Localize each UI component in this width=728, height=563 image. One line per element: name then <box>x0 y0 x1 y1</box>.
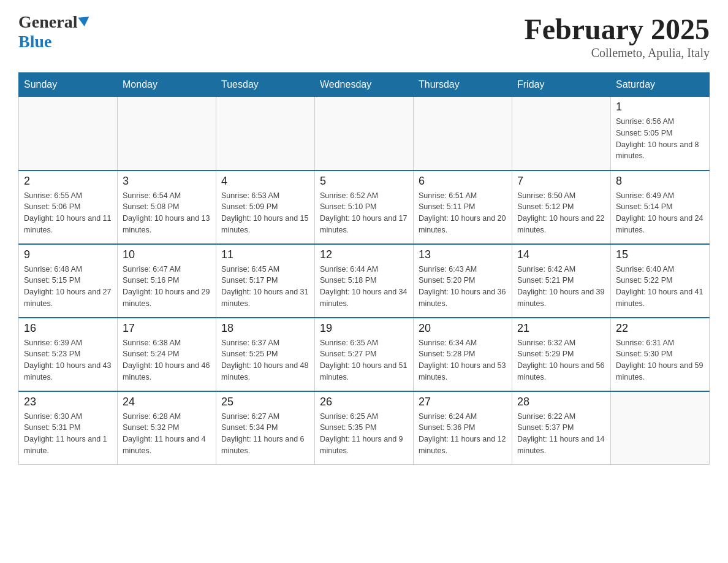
day-number: 21 <box>517 322 605 335</box>
day-info: Sunrise: 6:50 AMSunset: 5:12 PMDaylight:… <box>517 190 605 236</box>
calendar-header-row: Sunday Monday Tuesday Wednesday Thursday… <box>19 73 710 97</box>
calendar-cell: 27Sunrise: 6:24 AMSunset: 5:36 PMDayligh… <box>414 391 512 465</box>
day-number: 3 <box>123 175 211 188</box>
day-number: 8 <box>616 175 704 188</box>
day-info: Sunrise: 6:34 AMSunset: 5:28 PMDaylight:… <box>419 337 507 383</box>
logo-general-text: General <box>18 12 77 32</box>
day-number: 2 <box>24 175 112 188</box>
day-number: 23 <box>24 396 112 408</box>
day-info: Sunrise: 6:40 AMSunset: 5:22 PMDaylight:… <box>616 264 704 310</box>
calendar-cell: 8Sunrise: 6:49 AMSunset: 5:14 PMDaylight… <box>611 170 710 244</box>
calendar-cell: 22Sunrise: 6:31 AMSunset: 5:30 PMDayligh… <box>611 318 710 391</box>
calendar-cell: 10Sunrise: 6:47 AMSunset: 5:16 PMDayligh… <box>118 244 216 318</box>
day-info: Sunrise: 6:53 AMSunset: 5:09 PMDaylight:… <box>221 190 309 236</box>
calendar-week-1: 1Sunrise: 6:56 AMSunset: 5:05 PMDaylight… <box>19 97 710 170</box>
day-number: 16 <box>24 322 112 335</box>
calendar-week-4: 16Sunrise: 6:39 AMSunset: 5:23 PMDayligh… <box>19 318 710 391</box>
calendar-cell: 11Sunrise: 6:45 AMSunset: 5:17 PMDayligh… <box>216 244 315 318</box>
day-info: Sunrise: 6:24 AMSunset: 5:36 PMDaylight:… <box>419 411 507 457</box>
day-number: 27 <box>419 396 507 408</box>
day-info: Sunrise: 6:43 AMSunset: 5:20 PMDaylight:… <box>419 264 507 310</box>
col-tuesday: Tuesday <box>216 73 315 97</box>
calendar-week-5: 23Sunrise: 6:30 AMSunset: 5:31 PMDayligh… <box>19 391 710 465</box>
day-info: Sunrise: 6:25 AMSunset: 5:35 PMDaylight:… <box>320 411 408 457</box>
col-monday: Monday <box>118 73 216 97</box>
calendar-table: Sunday Monday Tuesday Wednesday Thursday… <box>18 72 710 465</box>
day-number: 1 <box>616 101 704 113</box>
day-info: Sunrise: 6:37 AMSunset: 5:25 PMDaylight:… <box>221 337 309 383</box>
col-thursday: Thursday <box>414 73 512 97</box>
day-number: 5 <box>320 175 408 188</box>
calendar-cell: 18Sunrise: 6:37 AMSunset: 5:25 PMDayligh… <box>216 318 315 391</box>
day-number: 10 <box>123 248 211 261</box>
calendar-cell: 13Sunrise: 6:43 AMSunset: 5:20 PMDayligh… <box>414 244 512 318</box>
col-friday: Friday <box>512 73 611 97</box>
calendar-cell: 6Sunrise: 6:51 AMSunset: 5:11 PMDaylight… <box>414 170 512 244</box>
calendar-cell: 26Sunrise: 6:25 AMSunset: 5:35 PMDayligh… <box>315 391 414 465</box>
calendar-cell: 28Sunrise: 6:22 AMSunset: 5:37 PMDayligh… <box>512 391 611 465</box>
day-number: 12 <box>320 248 408 261</box>
calendar-cell <box>611 391 710 465</box>
day-info: Sunrise: 6:32 AMSunset: 5:29 PMDaylight:… <box>517 337 605 383</box>
day-info: Sunrise: 6:38 AMSunset: 5:24 PMDaylight:… <box>123 337 211 383</box>
day-info: Sunrise: 6:47 AMSunset: 5:16 PMDaylight:… <box>123 264 211 310</box>
main-title: February 2025 <box>524 12 710 46</box>
calendar-cell: 15Sunrise: 6:40 AMSunset: 5:22 PMDayligh… <box>611 244 710 318</box>
calendar-cell: 14Sunrise: 6:42 AMSunset: 5:21 PMDayligh… <box>512 244 611 318</box>
day-info: Sunrise: 6:30 AMSunset: 5:31 PMDaylight:… <box>24 411 112 457</box>
calendar-week-3: 9Sunrise: 6:48 AMSunset: 5:15 PMDaylight… <box>19 244 710 318</box>
day-number: 9 <box>24 248 112 261</box>
calendar-cell: 20Sunrise: 6:34 AMSunset: 5:28 PMDayligh… <box>414 318 512 391</box>
day-info: Sunrise: 6:54 AMSunset: 5:08 PMDaylight:… <box>123 190 211 236</box>
calendar-cell: 19Sunrise: 6:35 AMSunset: 5:27 PMDayligh… <box>315 318 414 391</box>
calendar-cell: 1Sunrise: 6:56 AMSunset: 5:05 PMDaylight… <box>611 97 710 170</box>
calendar-cell: 25Sunrise: 6:27 AMSunset: 5:34 PMDayligh… <box>216 391 315 465</box>
day-number: 13 <box>419 248 507 261</box>
day-number: 19 <box>320 322 408 335</box>
logo: General Blue <box>18 12 89 52</box>
logo-arrow-icon <box>78 17 90 27</box>
logo-blue-text: Blue <box>18 32 51 51</box>
calendar-cell: 23Sunrise: 6:30 AMSunset: 5:31 PMDayligh… <box>19 391 118 465</box>
title-block: February 2025 Collemeto, Apulia, Italy <box>524 12 710 60</box>
day-info: Sunrise: 6:44 AMSunset: 5:18 PMDaylight:… <box>320 264 408 310</box>
calendar-cell <box>512 97 611 170</box>
calendar-cell: 4Sunrise: 6:53 AMSunset: 5:09 PMDaylight… <box>216 170 315 244</box>
calendar-cell <box>315 97 414 170</box>
day-number: 17 <box>123 322 211 335</box>
day-info: Sunrise: 6:31 AMSunset: 5:30 PMDaylight:… <box>616 337 704 383</box>
day-info: Sunrise: 6:51 AMSunset: 5:11 PMDaylight:… <box>419 190 507 236</box>
day-info: Sunrise: 6:28 AMSunset: 5:32 PMDaylight:… <box>123 411 211 457</box>
day-number: 4 <box>221 175 309 188</box>
calendar-cell <box>414 97 512 170</box>
day-info: Sunrise: 6:42 AMSunset: 5:21 PMDaylight:… <box>517 264 605 310</box>
day-info: Sunrise: 6:45 AMSunset: 5:17 PMDaylight:… <box>221 264 309 310</box>
calendar-cell: 16Sunrise: 6:39 AMSunset: 5:23 PMDayligh… <box>19 318 118 391</box>
calendar-cell: 17Sunrise: 6:38 AMSunset: 5:24 PMDayligh… <box>118 318 216 391</box>
day-number: 18 <box>221 322 309 335</box>
calendar-cell <box>19 97 118 170</box>
calendar-cell: 7Sunrise: 6:50 AMSunset: 5:12 PMDaylight… <box>512 170 611 244</box>
calendar-cell <box>118 97 216 170</box>
col-saturday: Saturday <box>611 73 710 97</box>
day-number: 25 <box>221 396 309 408</box>
day-number: 6 <box>419 175 507 188</box>
col-sunday: Sunday <box>19 73 118 97</box>
day-number: 15 <box>616 248 704 261</box>
calendar-cell: 9Sunrise: 6:48 AMSunset: 5:15 PMDaylight… <box>19 244 118 318</box>
calendar-cell: 21Sunrise: 6:32 AMSunset: 5:29 PMDayligh… <box>512 318 611 391</box>
calendar-cell: 2Sunrise: 6:55 AMSunset: 5:06 PMDaylight… <box>19 170 118 244</box>
day-info: Sunrise: 6:39 AMSunset: 5:23 PMDaylight:… <box>24 337 112 383</box>
day-number: 24 <box>123 396 211 408</box>
calendar-cell: 12Sunrise: 6:44 AMSunset: 5:18 PMDayligh… <box>315 244 414 318</box>
subtitle: Collemeto, Apulia, Italy <box>524 46 710 60</box>
calendar-cell: 3Sunrise: 6:54 AMSunset: 5:08 PMDaylight… <box>118 170 216 244</box>
day-info: Sunrise: 6:35 AMSunset: 5:27 PMDaylight:… <box>320 337 408 383</box>
day-number: 7 <box>517 175 605 188</box>
day-info: Sunrise: 6:52 AMSunset: 5:10 PMDaylight:… <box>320 190 408 236</box>
day-number: 26 <box>320 396 408 408</box>
day-info: Sunrise: 6:49 AMSunset: 5:14 PMDaylight:… <box>616 190 704 236</box>
day-number: 20 <box>419 322 507 335</box>
col-wednesday: Wednesday <box>315 73 414 97</box>
calendar-cell: 24Sunrise: 6:28 AMSunset: 5:32 PMDayligh… <box>118 391 216 465</box>
